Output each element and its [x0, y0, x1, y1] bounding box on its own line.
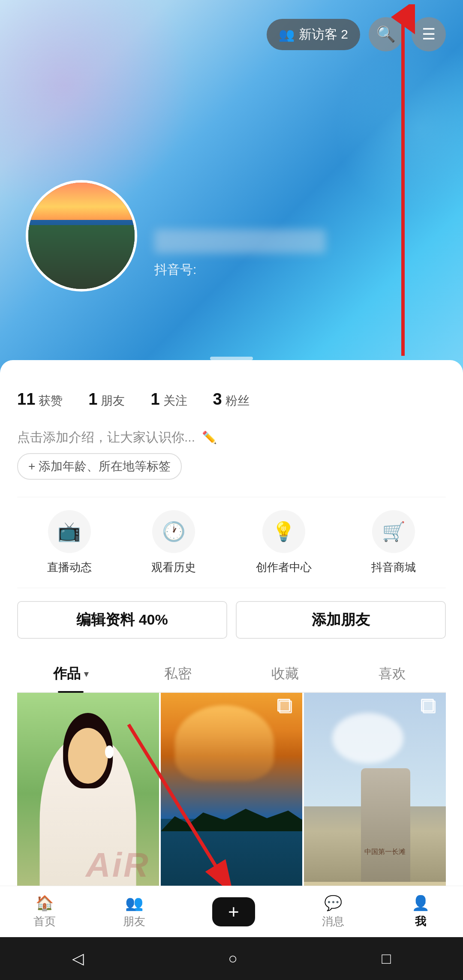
friends-icon: 👥 [125, 894, 143, 911]
nav-me-label: 我 [415, 914, 426, 929]
bottom-nav: 🏠 首页 👥 朋友 + 💬 消息 👤 我 [0, 886, 463, 937]
nav-friends-label: 朋友 [123, 914, 145, 929]
friends-count: 1 [88, 390, 97, 409]
nav-home[interactable]: 🏠 首页 [33, 894, 56, 929]
home-icon: 🏠 [36, 894, 54, 911]
home-button[interactable]: ○ [228, 950, 238, 968]
quick-shop[interactable]: 🛒 抖音商城 [371, 510, 416, 575]
nav-home-label: 首页 [33, 914, 56, 929]
tab-private[interactable]: 私密 [124, 656, 232, 692]
tag-button[interactable]: + 添加年龄、所在地等标签 [17, 453, 182, 480]
likes-count: 11 [17, 390, 35, 409]
content-tabs: 作品 ▾ 私密 收藏 喜欢 [17, 656, 446, 693]
visitor-icon: 👥 [279, 27, 295, 42]
nav-friends[interactable]: 👥 朋友 [123, 894, 145, 929]
tab-likes[interactable]: 喜欢 [339, 656, 446, 692]
douyin-id: 抖音号: [154, 261, 326, 279]
profile-header: 👥 新访客 2 🔍 ☰ [0, 0, 463, 377]
back-button[interactable]: ◁ [72, 950, 84, 968]
action-buttons: 编辑资料 40% 添加朋友 [17, 601, 446, 639]
fans-label: 粉丝 [225, 393, 250, 409]
creator-label: 创作者中心 [256, 560, 312, 575]
visitor-button[interactable]: 👥 新访客 2 [267, 19, 360, 50]
shop-icon: 🛒 [372, 510, 415, 553]
add-button[interactable]: + [212, 897, 255, 926]
following-label: 关注 [163, 393, 187, 409]
messages-icon: 💬 [324, 894, 342, 911]
creator-icon: 💡 [262, 510, 305, 553]
following-count: 1 [150, 390, 159, 409]
tag-text: + 添加年龄、所在地等标签 [28, 458, 171, 475]
tab-works-arrow: ▾ [84, 669, 88, 679]
multi-image-icon [277, 699, 296, 718]
stat-following[interactable]: 1 关注 [150, 390, 187, 409]
bio-text: 点击添加介绍，让大家认识你... [17, 429, 195, 446]
fans-count: 3 [213, 390, 222, 409]
username-area: 抖音号: [154, 229, 326, 279]
recent-button[interactable]: □ [382, 950, 391, 968]
nav-add[interactable]: + [212, 897, 255, 926]
quick-actions: 📺 直播动态 🕐 观看历史 💡 创作者中心 🛒 抖音商城 [17, 497, 446, 588]
tab-favorites[interactable]: 收藏 [232, 656, 339, 692]
red-arrow-up [377, 4, 429, 364]
edit-bio-icon[interactable]: ✏️ [202, 430, 217, 445]
quick-creator[interactable]: 💡 创作者中心 [256, 510, 312, 575]
stats-row: 11 获赞 1 朋友 1 关注 3 粉丝 [17, 377, 446, 422]
nav-messages-label: 消息 [322, 914, 344, 929]
bio-row[interactable]: 点击添加介绍，让大家认识你... ✏️ [17, 422, 446, 453]
username-blurred [154, 229, 326, 253]
friends-label: 朋友 [101, 393, 125, 409]
add-friend-button[interactable]: 添加朋友 [236, 601, 446, 639]
likes-label: 获赞 [39, 393, 63, 409]
quick-history[interactable]: 🕐 观看历史 [151, 510, 196, 575]
history-label: 观看历史 [151, 560, 196, 575]
live-label: 直播动态 [47, 560, 92, 575]
live-icon: 📺 [48, 510, 91, 553]
stat-fans[interactable]: 3 粉丝 [213, 390, 250, 409]
shop-label: 抖音商城 [371, 560, 416, 575]
system-bar: ◁ ○ □ [0, 937, 463, 980]
stat-likes[interactable]: 11 获赞 [17, 390, 63, 409]
visitor-label: 新访客 2 [299, 26, 348, 43]
quick-live[interactable]: 📺 直播动态 [47, 510, 92, 575]
history-icon: 🕐 [152, 510, 195, 553]
nav-messages[interactable]: 💬 消息 [322, 894, 344, 929]
avatar-image [28, 183, 135, 289]
edit-profile-button[interactable]: 编辑资料 40% [17, 601, 227, 639]
scroll-hint [210, 357, 253, 360]
avatar[interactable] [26, 180, 137, 292]
multi-image-icon-3 [421, 699, 440, 718]
stat-friends[interactable]: 1 朋友 [88, 390, 125, 409]
tab-works[interactable]: 作品 ▾ [17, 656, 124, 692]
nav-me[interactable]: 👤 我 [412, 894, 430, 929]
me-icon: 👤 [412, 894, 430, 911]
